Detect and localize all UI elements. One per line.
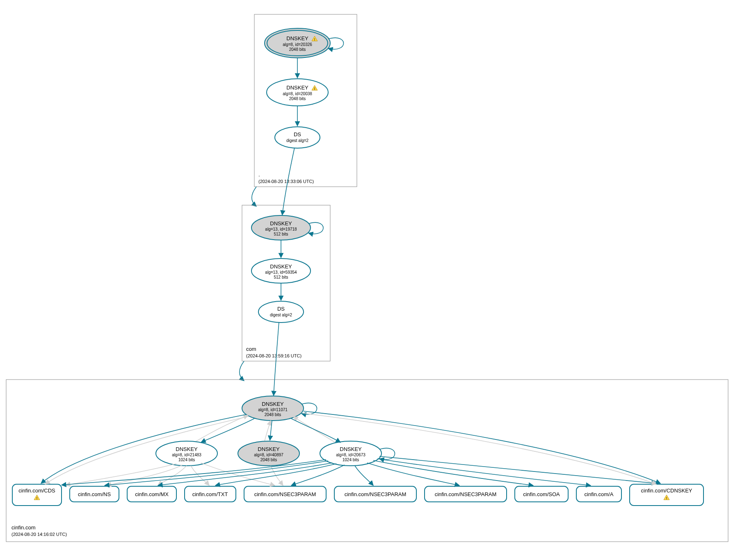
rr-cds[interactable]: cinfin.com/CDS !	[12, 484, 62, 506]
svg-text:DNSKEY: DNSKEY	[176, 446, 198, 452]
svg-text:alg=8, id=21483: alg=8, id=21483	[172, 453, 201, 457]
edge-zone-com-cinfin	[240, 361, 244, 381]
rr-a[interactable]: cinfin.com/A	[576, 486, 621, 502]
svg-text:DNSKEY: DNSKEY	[286, 35, 308, 41]
root-dnskey-zsk[interactable]: DNSKEY ! alg=8, id=20038 2048 bits	[267, 79, 328, 106]
svg-text:cinfin.com/A: cinfin.com/A	[585, 491, 614, 497]
com-ds[interactable]: DS digest alg=2	[258, 301, 304, 323]
svg-text:1024 bits: 1024 bits	[343, 458, 359, 462]
svg-text:DS: DS	[294, 131, 301, 137]
com-dnskey-ksk[interactable]: DNSKEY alg=13, id=19718 512 bits	[251, 215, 311, 240]
svg-text:cinfin.com/NS: cinfin.com/NS	[78, 491, 111, 497]
svg-text:cinfin.com/NSEC3PARAM: cinfin.com/NSEC3PARAM	[345, 491, 407, 497]
svg-text:cinfin.com/CDS: cinfin.com/CDS	[18, 487, 55, 494]
svg-text:digest alg=2: digest alg=2	[286, 138, 309, 143]
svg-text:cinfin.com/SOA: cinfin.com/SOA	[523, 491, 560, 497]
edge-com-ds-cinfin-ksk	[274, 322, 279, 396]
svg-text:alg=8, id=11071: alg=8, id=11071	[258, 407, 288, 412]
svg-text:alg=8, id=20038: alg=8, id=20038	[283, 92, 312, 96]
rr-ns[interactable]: cinfin.com/NS	[70, 486, 119, 502]
rr-mx[interactable]: cinfin.com/MX	[127, 486, 176, 502]
zone-com-label: com	[246, 346, 256, 352]
root-ds[interactable]: DS digest alg=2	[275, 127, 320, 148]
rr-soa[interactable]: cinfin.com/SOA	[515, 486, 568, 502]
com-dnskey-zsk[interactable]: DNSKEY alg=13, id=59354 512 bits	[251, 259, 311, 283]
zone-com-ts: (2024-08-20 13:59:16 UTC)	[246, 353, 301, 358]
edge-b-to-ksk	[265, 421, 271, 441]
zone-root-label: .	[258, 172, 260, 178]
cinfin-dnskey-c[interactable]: DNSKEY alg=8, id=20673 1024 bits	[320, 441, 381, 466]
rr-n3p2[interactable]: cinfin.com/NSEC3PARAM	[334, 486, 416, 502]
cinfin-dnskey-a[interactable]: DNSKEY alg=8, id=21483 1024 bits	[156, 441, 217, 466]
svg-text:!: !	[666, 496, 667, 500]
svg-text:DNSKEY: DNSKEY	[258, 446, 280, 452]
svg-text:2048 bits: 2048 bits	[289, 96, 306, 101]
svg-text:!: !	[314, 87, 315, 91]
svg-text:alg=8, id=20326: alg=8, id=20326	[283, 42, 312, 47]
rr-cdnskey[interactable]: cinfin.com/CDNSKEY !	[630, 484, 703, 506]
svg-text:DNSKEY: DNSKEY	[270, 263, 292, 270]
svg-text:!: !	[37, 496, 38, 500]
svg-text:alg=8, id=20673: alg=8, id=20673	[336, 453, 365, 457]
svg-text:alg=13, id=59354: alg=13, id=59354	[265, 270, 297, 275]
svg-text:512 bits: 512 bits	[274, 232, 288, 236]
svg-point-12	[275, 127, 320, 148]
svg-text:cinfin.com/TXT: cinfin.com/TXT	[192, 491, 228, 497]
svg-text:DNSKEY: DNSKEY	[270, 220, 292, 227]
rr-txt[interactable]: cinfin.com/TXT	[185, 486, 236, 502]
svg-text:alg=8, id=40897: alg=8, id=40897	[254, 453, 283, 457]
cinfin-dnskey-b[interactable]: DNSKEY alg=8, id=40897 2048 bits	[238, 441, 299, 466]
svg-text:2048 bits: 2048 bits	[289, 47, 306, 52]
edge-ksk-b	[270, 421, 272, 440]
svg-text:2048 bits: 2048 bits	[260, 458, 277, 462]
rr-n3p3[interactable]: cinfin.com/NSEC3PARAM	[425, 486, 507, 502]
svg-point-24	[258, 301, 304, 323]
svg-text:DS: DS	[277, 306, 285, 312]
svg-text:cinfin.com/NSEC3PARAM: cinfin.com/NSEC3PARAM	[435, 491, 497, 497]
rr-n3p1[interactable]: cinfin.com/NSEC3PARAM	[244, 486, 326, 502]
dnssec-graph: . (2024-08-20 13:33:06 UTC) DNSKEY ! alg…	[0, 0, 756, 547]
svg-text:cinfin.com/CDNSKEY: cinfin.com/CDNSKEY	[641, 487, 692, 494]
svg-text:DNSKEY: DNSKEY	[340, 446, 362, 452]
zone-cinfin-label: cinfin.com	[11, 524, 36, 531]
svg-text:2048 bits: 2048 bits	[265, 412, 281, 417]
root-dnskey-ksk[interactable]: DNSKEY ! alg=8, id=20326 2048 bits	[265, 28, 330, 58]
zone-root-ts: (2024-08-20 13:33:06 UTC)	[258, 179, 314, 184]
edge-zone-root-com	[252, 187, 256, 206]
svg-text:cinfin.com/MX: cinfin.com/MX	[135, 491, 169, 497]
svg-text:cinfin.com/NSEC3PARAM: cinfin.com/NSEC3PARAM	[254, 491, 316, 497]
zone-cinfin: cinfin.com (2024-08-20 14:16:02 UTC) DNS…	[6, 322, 728, 542]
svg-text:!: !	[314, 37, 315, 41]
svg-text:1024 bits: 1024 bits	[178, 458, 195, 462]
svg-text:digest alg=2: digest alg=2	[270, 313, 292, 317]
svg-text:DNSKEY: DNSKEY	[262, 401, 284, 407]
zone-root: . (2024-08-20 13:33:06 UTC) DNSKEY ! alg…	[254, 14, 357, 187]
svg-text:DNSKEY: DNSKEY	[286, 85, 308, 91]
svg-text:512 bits: 512 bits	[274, 275, 288, 279]
svg-text:alg=13, id=19718: alg=13, id=19718	[265, 227, 297, 231]
edge-ksk-c	[291, 419, 340, 442]
zone-cinfin-ts: (2024-08-20 14:16:02 UTC)	[11, 532, 67, 537]
